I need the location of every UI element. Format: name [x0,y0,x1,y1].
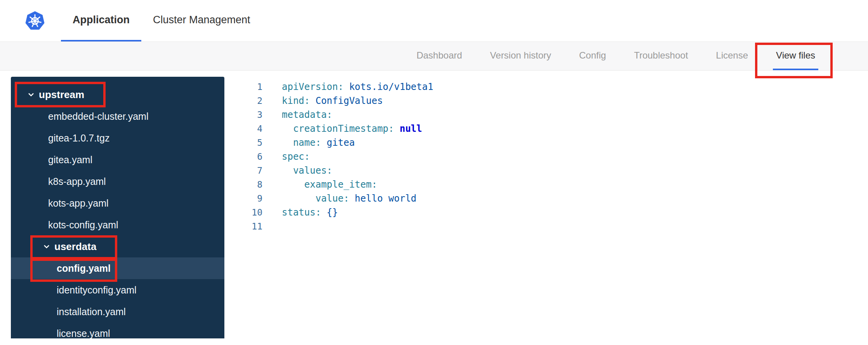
tree-file-label: kots-app.yaml [48,198,109,209]
tree-group-label: upstream [39,89,84,101]
tree-file-label: embedded-cluster.yaml [48,111,148,122]
tab-version-history[interactable]: Version history [487,42,554,70]
line-number: 1 [224,80,262,94]
tree-file-label: k8s-app.yaml [48,176,106,187]
app-subnav: Dashboard Version history Config Trouble… [0,42,868,71]
top-tab-bar: Application Cluster Management [61,0,262,41]
tab-config[interactable]: Config [576,42,609,70]
code-line: 1 apiVersion: kots.io/v1beta1 [224,80,868,94]
tree-file-kots-app-yaml[interactable]: kots-app.yaml [11,192,224,214]
tree-file-label: gitea-1.0.7.tgz [48,133,109,144]
tree-file-kots-config-yaml[interactable]: kots-config.yaml [11,214,224,236]
tree-file-label: license.yaml [57,328,110,339]
tree-file-label: config.yaml [57,263,111,274]
tab-application[interactable]: Application [61,0,141,41]
tab-cluster-management[interactable]: Cluster Management [141,0,262,41]
tree-file-gitea-yaml[interactable]: gitea.yaml [11,149,224,171]
kubernetes-logo[interactable] [25,0,45,41]
code-line: 3 metadata: [224,108,868,122]
tab-troubleshoot[interactable]: Troubleshoot [631,42,691,70]
tab-dashboard-label: Dashboard [417,50,462,61]
tab-license-label: License [716,50,748,61]
tab-license[interactable]: License [713,42,751,70]
tab-view-files-label: View files [776,50,815,61]
chevron-down-icon [43,245,50,248]
code-line: 9 value: hello world [224,191,868,205]
tab-config-label: Config [579,50,606,61]
tree-file-installation-yaml[interactable]: installation.yaml [11,301,224,323]
tree-file-label: identityconfig.yaml [57,285,137,296]
chevron-down-icon [28,93,34,97]
tree-file-label: installation.yaml [57,306,126,317]
code-line: 2 kind: ConfigValues [224,94,868,108]
code-line: 11 [224,219,868,233]
code-line: 10 status: {} [224,205,868,219]
line-number: 7 [224,164,262,178]
line-number: 8 [224,178,262,191]
line-number: 9 [224,191,262,205]
kubernetes-wheel-icon [25,11,45,31]
tree-file-label: gitea.yaml [48,154,92,166]
view-files-page: upstream embedded-cluster.yaml gitea-1.0… [0,71,868,338]
tree-group-userdata[interactable]: userdata [11,236,224,257]
tab-view-files[interactable]: View files [773,42,818,70]
line-number: 11 [224,219,262,233]
tree-file-identityconfig-yaml[interactable]: identityconfig.yaml [11,279,224,301]
file-tree-sidebar[interactable]: upstream embedded-cluster.yaml gitea-1.0… [11,77,224,338]
tree-file-embedded-cluster-yaml[interactable]: embedded-cluster.yaml [11,105,224,127]
tab-troubleshoot-label: Troubleshoot [634,50,688,61]
line-number: 3 [224,108,262,122]
line-number: 10 [224,205,262,219]
code-line: 7 values: [224,164,868,178]
line-number: 2 [224,94,262,108]
tree-file-k8s-app-yaml[interactable]: k8s-app.yaml [11,171,224,192]
code-line: 4 creationTimestamp: null [224,122,868,136]
tree-file-config-yaml[interactable]: config.yaml [11,257,224,279]
tree-file-gitea-tgz[interactable]: gitea-1.0.7.tgz [11,127,224,149]
tab-version-history-label: Version history [490,50,551,61]
tab-application-label: Application [73,14,130,26]
tab-cluster-management-label: Cluster Management [153,14,250,26]
tree-file-label: kots-config.yaml [48,219,118,231]
tree-file-license-yaml[interactable]: license.yaml [11,323,224,338]
yaml-file-viewer[interactable]: 1 apiVersion: kots.io/v1beta1 2 kind: Co… [224,77,868,338]
tree-group-upstream[interactable]: upstream [11,84,224,105]
tab-dashboard[interactable]: Dashboard [413,42,465,70]
line-number: 4 [224,122,262,136]
line-number: 6 [224,150,262,164]
line-number: 5 [224,136,262,150]
code-line: 5 name: gitea [224,136,868,150]
tree-group-label: userdata [54,241,96,253]
code-line: 6 spec: [224,150,868,164]
top-header: Application Cluster Management [0,0,868,42]
code-line: 8 example_item: [224,178,868,191]
